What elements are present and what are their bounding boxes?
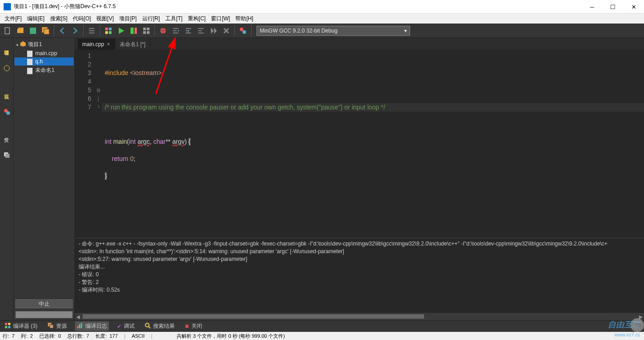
svg-rect-7 [109,31,112,34]
menu-refactor[interactable]: 重构[C] [185,14,208,24]
svg-point-19 [6,111,10,115]
project-icon [20,41,26,48]
menu-run[interactable]: 运行[R] [140,14,163,24]
svg-rect-28 [8,326,10,328]
svg-point-17 [4,66,9,71]
code-content[interactable]: #include <iostream> /* run this program … [102,50,644,238]
svg-rect-21 [5,154,9,158]
output-text[interactable]: - 命令: g++.exe -x c++ - -fsyntax-only -Wa… [75,238,644,313]
new-file-icon[interactable] [2,25,14,37]
maximize-button[interactable]: ☐ [602,0,623,14]
breakpoint-icon[interactable] [237,25,249,37]
fold-icon[interactable]: ⊟ [95,86,102,94]
stop-button[interactable]: 中止 [15,299,73,308]
file-icon [27,51,33,56]
back-icon[interactable] [56,25,68,37]
activity-breakpoint[interactable] [2,105,12,118]
svg-rect-8 [131,28,134,34]
tree-file-main[interactable]: main.cpp [14,49,74,57]
collapse-icon: ▪ [16,42,18,48]
minimize-button[interactable]: ─ [582,0,602,14]
continue-icon[interactable] [208,25,219,37]
activity-files[interactable]: 文件 [2,127,12,140]
open-icon[interactable] [14,25,26,37]
compiler-select[interactable]: MinGW GCC 9.2.0 32-bit Debug ▾ [257,26,410,36]
svg-rect-24 [27,68,33,74]
step-over-icon[interactable] [170,25,182,37]
save-icon[interactable] [27,25,39,37]
scroll-thumb[interactable] [83,314,424,319]
close-button[interactable]: ✕ [623,0,644,14]
menu-view[interactable]: 视图[V] [93,14,117,24]
tree-file-qh[interactable]: q.h [14,57,74,66]
btab-compiler[interactable]: 编译器 (3) [3,321,39,331]
output-scrollbar[interactable]: ◂ ▸ [75,313,644,320]
status-bar: 行: 7 列: 2 已选择: 0 总行数: 7 长度: 177 | ASCII … [0,332,644,340]
step-into-icon[interactable] [182,25,194,37]
menu-help[interactable]: 帮助[H] [233,14,256,24]
editor-area: main.cpp × 未命名1 [*] 1234 5 67 ⊟ │└ #incl… [75,38,644,320]
tab-main-cpp[interactable]: main.cpp × [78,39,115,50]
run-icon[interactable] [115,25,127,37]
activity-structure[interactable] [2,61,12,75]
btab-compile-log[interactable]: 编译日志 [75,321,109,331]
indent-icon[interactable] [86,25,98,37]
grid-icon [5,322,11,330]
svg-rect-25 [5,323,7,325]
editor-tabs: main.cpp × 未命名1 [*] [75,38,644,50]
forward-icon[interactable] [69,25,81,37]
window-title: 项目1 - [项目1.dev] - 小熊猫Dev-C++ 6.7.5 [14,3,116,10]
svg-rect-31 [77,326,79,328]
file-icon [27,59,33,64]
svg-rect-1 [30,28,36,34]
debug-icon[interactable] [157,25,169,37]
svg-rect-23 [27,59,33,65]
stop-debug-icon[interactable] [220,25,232,37]
tree-root[interactable]: ▪ 项目1 [14,40,74,49]
menu-search[interactable]: 搜索[S] [47,14,70,24]
tab-untitled[interactable]: 未命名1 [*] [115,39,150,50]
svg-rect-6 [105,31,108,34]
code-editor[interactable]: 1234 5 67 ⊟ │└ #include <iostream> /* ru… [75,50,644,238]
svg-rect-26 [8,323,10,325]
svg-rect-13 [147,31,149,34]
btab-debug[interactable]: ✔ 调试 [115,321,136,331]
svg-rect-3 [44,29,49,34]
title-bar: 项目1 - [项目1.dev] - 小熊猫Dev-C++ 6.7.5 ─ ☐ ✕ [0,0,644,14]
svg-point-34 [145,323,149,327]
activity-copy[interactable] [2,148,12,162]
svg-rect-4 [105,28,108,30]
step-out-icon[interactable] [195,25,207,37]
save-all-icon[interactable] [40,25,51,37]
tab-close-icon[interactable]: × [107,41,110,47]
svg-rect-12 [143,31,146,34]
menu-edit[interactable]: 编辑[E] [24,14,47,24]
activity-project[interactable]: 项目管理 [2,40,12,53]
btab-close[interactable]: ✖ 关闭 [183,321,204,331]
svg-rect-0 [5,28,9,34]
activity-bar: 项目管理 监视 文件 [0,38,14,320]
menu-file[interactable]: 文件[F] [2,14,24,24]
bottom-tabs: 编译器 (3) 资源 编译日志 ✔ 调试 搜索结果 ✖ 关闭 [0,320,644,332]
watermark-badge: 86 [630,318,644,332]
btab-resources[interactable]: 资源 [46,321,69,331]
compile-run-icon[interactable] [128,25,140,37]
menu-project[interactable]: 项目[P] [117,14,140,24]
menu-tools[interactable]: 工具[T] [163,14,185,24]
compile-icon[interactable] [103,25,114,37]
menu-code[interactable]: 代码[O] [70,14,93,24]
check-icon: ✔ [117,323,121,330]
svg-rect-27 [5,326,7,328]
tree-file-untitled[interactable]: 未命名1 [14,66,74,75]
svg-rect-32 [79,324,80,328]
app-icon [4,3,11,10]
menu-window[interactable]: 窗口[W] [208,14,233,24]
svg-point-15 [240,28,243,31]
rebuild-icon[interactable] [140,25,152,37]
search-icon [145,322,151,330]
activity-watch[interactable]: 监视 [2,83,12,97]
fold-gutter: ⊟ │└ [95,50,102,238]
svg-rect-33 [81,323,82,328]
btab-search[interactable]: 搜索结果 [143,321,177,331]
progress-bar [15,311,73,318]
